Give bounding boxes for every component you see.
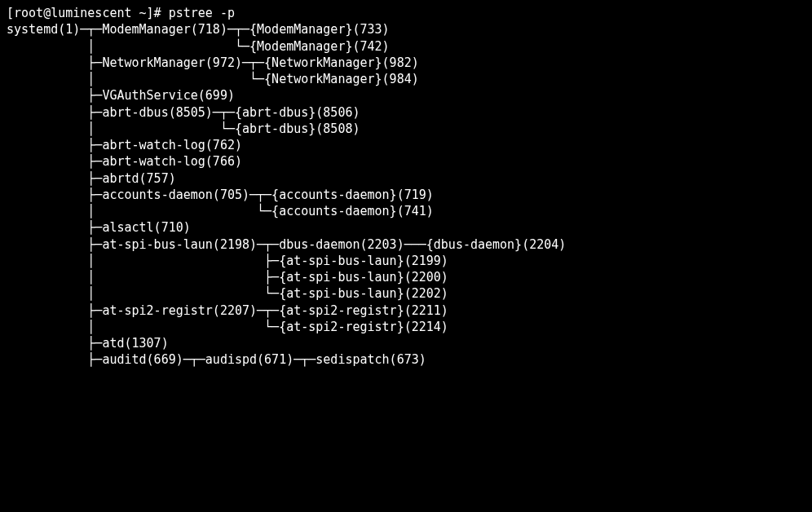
terminal-output: [root@luminescent ~]# pstree -p systemd(… — [0, 0, 812, 373]
